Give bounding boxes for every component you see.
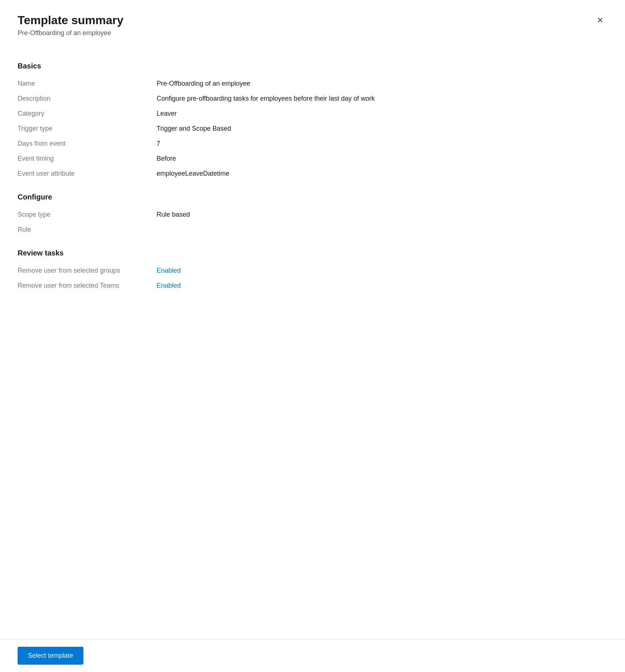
field-row-event-user-attribute: Event user attribute employeeLeaveDateti…	[18, 166, 607, 181]
review-tasks-section-title: Review tasks	[18, 249, 607, 257]
basics-section-title: Basics	[18, 62, 607, 70]
field-label-description: Description	[18, 95, 157, 102]
field-row-remove-groups: Remove user from selected groups Enabled	[18, 263, 607, 278]
field-value-event-timing: Before	[157, 155, 607, 163]
template-summary-dialog: Template summary Pre-Offboarding of an e…	[0, 0, 625, 672]
field-label-event-timing: Event timing	[18, 155, 157, 163]
field-label-trigger-type: Trigger type	[18, 125, 157, 132]
dialog-header: Template summary Pre-Offboarding of an e…	[0, 0, 625, 46]
field-label-remove-groups: Remove user from selected groups	[18, 267, 157, 275]
field-label-scope-type: Scope type	[18, 211, 157, 219]
select-template-button[interactable]: Select template	[18, 647, 83, 665]
field-value-category: Leaver	[157, 110, 607, 117]
dialog-footer: Select template	[0, 639, 625, 672]
dialog-title: Template summary	[18, 13, 607, 27]
field-row-event-timing: Event timing Before	[18, 151, 607, 166]
field-value-remove-teams: Enabled	[157, 282, 607, 290]
field-label-name: Name	[18, 80, 157, 87]
close-button[interactable]: ✕	[593, 13, 607, 28]
configure-section-title: Configure	[18, 193, 607, 201]
field-row-scope-type: Scope type Rule based	[18, 207, 607, 222]
field-row-days-from-event: Days from event 7	[18, 136, 607, 151]
field-value-event-user-attribute: employeeLeaveDatetime	[157, 170, 607, 178]
field-value-scope-type: Rule based	[157, 211, 607, 219]
field-value-name: Pre-Offboarding of an employee	[157, 80, 607, 87]
field-row-name: Name Pre-Offboarding of an employee	[18, 76, 607, 91]
field-row-trigger-type: Trigger type Trigger and Scope Based	[18, 121, 607, 136]
field-row-category: Category Leaver	[18, 106, 607, 121]
review-tasks-section: Review tasks Remove user from selected g…	[18, 249, 607, 293]
dialog-subtitle: Pre-Offboarding of an employee	[18, 29, 607, 37]
field-label-category: Category	[18, 110, 157, 117]
field-row-remove-teams: Remove user from selected Teams Enabled	[18, 278, 607, 293]
close-icon: ✕	[597, 16, 603, 25]
field-label-remove-teams: Remove user from selected Teams	[18, 282, 157, 290]
configure-section: Configure Scope type Rule based Rule	[18, 193, 607, 237]
field-label-rule: Rule	[18, 226, 157, 234]
field-label-days-from-event: Days from event	[18, 140, 157, 148]
field-label-event-user-attribute: Event user attribute	[18, 170, 157, 178]
field-row-rule: Rule	[18, 222, 607, 237]
field-value-days-from-event: 7	[157, 140, 607, 148]
field-value-trigger-type: Trigger and Scope Based	[157, 125, 607, 132]
field-value-remove-groups: Enabled	[157, 267, 607, 275]
field-value-description: Configure pre-offboarding tasks for empl…	[157, 95, 607, 102]
basics-section: Basics Name Pre-Offboarding of an employ…	[18, 62, 607, 181]
dialog-content: Basics Name Pre-Offboarding of an employ…	[0, 46, 625, 639]
field-row-description: Description Configure pre-offboarding ta…	[18, 91, 607, 106]
